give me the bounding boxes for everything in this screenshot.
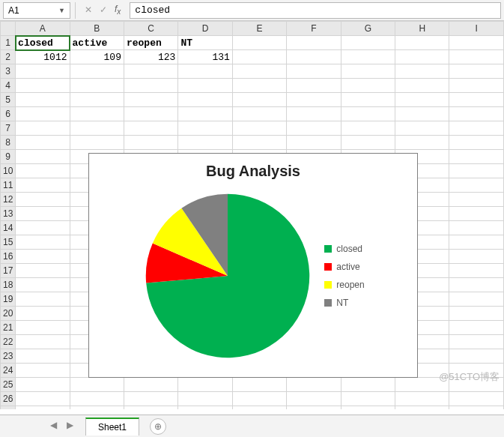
- cell-A13[interactable]: [16, 207, 70, 221]
- cell-A7[interactable]: [16, 121, 70, 136]
- cell-C2[interactable]: 123: [124, 50, 177, 64]
- row-header-4[interactable]: 4: [1, 79, 16, 93]
- cell-H7[interactable]: [395, 121, 449, 136]
- cell-I17[interactable]: [449, 264, 504, 278]
- cell-I13[interactable]: [449, 207, 504, 221]
- fx-icon[interactable]: fx: [115, 4, 121, 16]
- col-header-D[interactable]: D: [178, 22, 232, 36]
- cancel-icon[interactable]: ✕: [85, 4, 92, 15]
- add-sheet-button[interactable]: ⊕: [150, 418, 166, 435]
- cell-C1[interactable]: reopen: [124, 36, 177, 50]
- select-all-corner[interactable]: [1, 22, 16, 36]
- row-header-5[interactable]: 5: [1, 93, 16, 107]
- row-header-25[interactable]: 25: [1, 378, 16, 392]
- tab-prev-icon[interactable]: ◀: [46, 420, 60, 433]
- cell-I3[interactable]: [449, 64, 504, 79]
- cell-E26[interactable]: [232, 392, 286, 406]
- cell-E1[interactable]: [232, 36, 286, 50]
- cell-I19[interactable]: [449, 292, 504, 307]
- cell-A1[interactable]: closed: [16, 36, 70, 50]
- col-header-H[interactable]: H: [395, 22, 449, 36]
- cell-H6[interactable]: [395, 107, 449, 121]
- cell-I22[interactable]: [449, 335, 504, 349]
- cell-A20[interactable]: [16, 307, 70, 321]
- row-header-22[interactable]: 22: [1, 335, 16, 349]
- cell-D1[interactable]: NT: [178, 36, 232, 50]
- row-header-9[interactable]: 9: [1, 150, 16, 164]
- cell-A15[interactable]: [16, 235, 70, 250]
- row-header-16[interactable]: 16: [1, 250, 16, 264]
- cell-A26[interactable]: [16, 392, 70, 406]
- row-header-17[interactable]: 17: [1, 264, 16, 278]
- row-header-27[interactable]: 27: [1, 406, 16, 410]
- cell-A24[interactable]: [16, 364, 70, 378]
- cell-A8[interactable]: [16, 136, 70, 150]
- cell-I11[interactable]: [449, 178, 504, 193]
- cell-E3[interactable]: [232, 64, 286, 79]
- cell-F6[interactable]: [287, 107, 341, 121]
- cell-D26[interactable]: [178, 392, 232, 406]
- row-header-8[interactable]: 8: [1, 136, 16, 150]
- cell-C7[interactable]: [124, 121, 177, 136]
- cell-F25[interactable]: [287, 378, 341, 392]
- cell-D3[interactable]: [178, 64, 232, 79]
- cell-I16[interactable]: [449, 250, 504, 264]
- cell-I8[interactable]: [449, 136, 504, 150]
- col-header-F[interactable]: F: [287, 22, 341, 36]
- cell-A19[interactable]: [16, 292, 70, 307]
- cell-A12[interactable]: [16, 193, 70, 207]
- cell-C4[interactable]: [124, 79, 177, 93]
- cell-B7[interactable]: [70, 121, 124, 136]
- cell-D2[interactable]: 131: [178, 50, 232, 64]
- cell-I18[interactable]: [449, 278, 504, 292]
- cell-F5[interactable]: [287, 93, 341, 107]
- row-header-24[interactable]: 24: [1, 364, 16, 378]
- cell-E25[interactable]: [232, 378, 286, 392]
- cell-G5[interactable]: [341, 93, 395, 107]
- cell-E4[interactable]: [232, 79, 286, 93]
- col-header-C[interactable]: C: [124, 22, 177, 36]
- cell-I1[interactable]: [449, 36, 504, 50]
- confirm-icon[interactable]: ✓: [100, 4, 107, 15]
- cell-C26[interactable]: [124, 392, 177, 406]
- cell-B5[interactable]: [70, 93, 124, 107]
- sheet-tab[interactable]: Sheet1: [85, 418, 139, 436]
- cell-I23[interactable]: [449, 349, 504, 364]
- row-header-1[interactable]: 1: [1, 36, 16, 50]
- cell-I26[interactable]: [449, 392, 504, 406]
- cell-G1[interactable]: [341, 36, 395, 50]
- row-header-14[interactable]: 14: [1, 221, 16, 235]
- cell-D27[interactable]: [178, 406, 232, 410]
- cell-A3[interactable]: [16, 64, 70, 79]
- cell-B26[interactable]: [70, 392, 124, 406]
- formula-input[interactable]: [130, 2, 501, 19]
- cell-F7[interactable]: [287, 121, 341, 136]
- cell-I4[interactable]: [449, 79, 504, 93]
- cell-B6[interactable]: [70, 107, 124, 121]
- cell-H4[interactable]: [395, 79, 449, 93]
- cell-A10[interactable]: [16, 164, 70, 178]
- cell-F8[interactable]: [287, 136, 341, 150]
- cell-G4[interactable]: [341, 79, 395, 93]
- row-header-6[interactable]: 6: [1, 107, 16, 121]
- cell-C25[interactable]: [124, 378, 177, 392]
- col-header-B[interactable]: B: [70, 22, 124, 36]
- cell-I9[interactable]: [449, 150, 504, 164]
- cell-B2[interactable]: 109: [70, 50, 124, 64]
- row-header-2[interactable]: 2: [1, 50, 16, 64]
- cell-I15[interactable]: [449, 235, 504, 250]
- cell-E7[interactable]: [232, 121, 286, 136]
- tab-next-icon[interactable]: ▶: [63, 420, 76, 433]
- cell-A14[interactable]: [16, 221, 70, 235]
- cell-F2[interactable]: [287, 50, 341, 64]
- col-header-A[interactable]: A: [16, 22, 70, 36]
- cell-F26[interactable]: [287, 392, 341, 406]
- row-header-19[interactable]: 19: [1, 292, 16, 307]
- cell-C5[interactable]: [124, 93, 177, 107]
- row-header-13[interactable]: 13: [1, 207, 16, 221]
- cell-C27[interactable]: [124, 406, 177, 410]
- col-header-I[interactable]: I: [449, 22, 504, 36]
- cell-H5[interactable]: [395, 93, 449, 107]
- cell-I21[interactable]: [449, 321, 504, 335]
- cell-D25[interactable]: [178, 378, 232, 392]
